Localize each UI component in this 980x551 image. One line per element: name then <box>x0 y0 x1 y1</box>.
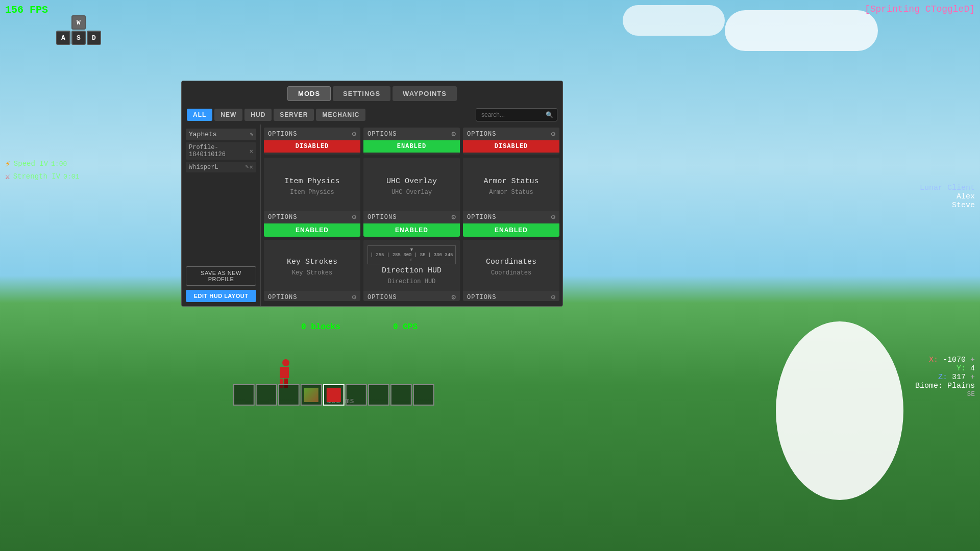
partial-card-3: OPTIONS ⚙ DISABLED <box>463 128 559 155</box>
cps-counter: 0 CPS <box>393 322 418 332</box>
coord-y-label: Y: <box>957 364 970 373</box>
filter-all[interactable]: ALL <box>187 109 212 121</box>
mod-title-armor-status: Armor Status <box>483 177 538 186</box>
hotbar-slot-2 <box>256 384 277 406</box>
partial-options-1: OPTIONS ⚙ <box>264 128 360 140</box>
grass-block-icon <box>304 388 318 402</box>
mod-subtitle-uhc-overlay: UHC Overlay <box>391 189 432 196</box>
lunar-client-label: Lunar Client <box>920 184 975 192</box>
sidebar-whisper: WhisperL ✎ ✕ <box>186 162 256 172</box>
mod-title-key-strokes: Key Strokes <box>287 258 337 266</box>
remove-whisper-button[interactable]: ✕ <box>250 163 253 171</box>
toggle-item-physics[interactable]: ENABLED <box>264 223 360 237</box>
partial-options-3: OPTIONS ⚙ <box>463 128 559 140</box>
filter-mechanic[interactable]: MECHANIC <box>316 109 365 121</box>
mod-card-coordinates: Coordinates Coordinates OPTIONS ⚙ <box>463 240 559 301</box>
player-steve: Steve <box>920 201 975 210</box>
filter-server[interactable]: SERVER <box>274 109 314 121</box>
hotbar-slot-6 <box>346 384 367 406</box>
mod-options-coordinates: OPTIONS ⚙ <box>463 291 559 301</box>
biome-display: Biome: Plains <box>915 382 975 390</box>
mod-card-top-uhc-overlay: UHC Overlay UHC Overlay <box>363 158 460 211</box>
partial-options-label-1: OPTIONS <box>268 131 350 138</box>
mod-subtitle-item-physics: Item Physics <box>290 189 334 196</box>
sidebar-profile: Yaphets ✎ <box>186 129 256 140</box>
wasd-display: W A S D <box>56 15 101 45</box>
mod-title-coordinates: Coordinates <box>486 258 536 266</box>
filter-new[interactable]: NEW <box>214 109 242 121</box>
key-s: S <box>71 31 86 45</box>
gear-icon-coordinates[interactable]: ⚙ <box>551 293 555 301</box>
partial-toggle-1[interactable]: DISABLED <box>264 140 360 153</box>
options-label-item-physics: OPTIONS <box>268 214 350 221</box>
mods-modal: MODS SETTINGS WAYPOINTS ALL NEW HUD SERV… <box>181 81 563 307</box>
mod-subtitle-armor-status: Armor Status <box>489 189 533 196</box>
toggle-armor-status[interactable]: ENABLED <box>463 223 559 237</box>
remove-profile-tag-button[interactable]: ✕ <box>250 147 253 155</box>
profile-tag-label: Profile-1840110126 <box>189 144 250 158</box>
search-input[interactable] <box>476 108 557 121</box>
partial-card-2: OPTIONS ⚙ ENABLED <box>363 128 460 155</box>
blocks-counter: 0 blocks <box>301 322 340 332</box>
partial-options-2: OPTIONS ⚙ <box>363 128 460 140</box>
mod-card-top-item-physics: Item Physics Item Physics <box>264 158 360 211</box>
sprint-toggle: [Sprinting CToggleD] <box>865 4 975 14</box>
partial-toggle-2[interactable]: ENABLED <box>363 140 460 153</box>
hotbar <box>233 384 434 406</box>
hotbar-slot-7 <box>368 384 389 406</box>
sidebar-profile-tag: Profile-1840110126 ✕ <box>186 142 256 160</box>
partial-card-1: OPTIONS ⚙ DISABLED <box>264 128 360 155</box>
gear-icon-uhc-overlay[interactable]: ⚙ <box>452 213 456 221</box>
partial-gear-icon-1[interactable]: ⚙ <box>352 130 356 138</box>
filter-row: ALL NEW HUD SERVER MECHANIC 🔍 <box>182 105 562 124</box>
mod-title-uhc-overlay: UHC Overlay <box>386 177 437 186</box>
hotbar-slot-5 <box>323 384 345 406</box>
toggle-uhc-overlay[interactable]: ENABLED <box>363 223 460 237</box>
partial-options-label-3: OPTIONS <box>467 131 549 138</box>
coord-z-label: Z: <box>938 373 952 382</box>
tab-waypoints[interactable]: WAYPOINTS <box>393 86 457 101</box>
tab-bar: MODS SETTINGS WAYPOINTS <box>182 81 562 105</box>
mod-options-armor-status: OPTIONS ⚙ <box>463 211 559 223</box>
edit-hud-button[interactable]: EDIT HUD LAYOUT <box>186 290 256 302</box>
cloud-1 <box>725 10 878 51</box>
player-body <box>280 367 289 378</box>
mod-options-uhc-overlay: OPTIONS ⚙ <box>363 211 460 223</box>
coord-x-label: X: <box>929 356 943 364</box>
profile-name: Yaphets <box>189 131 217 138</box>
mod-card-top-key-strokes: Key Strokes Key Strokes <box>264 240 360 291</box>
mods-grid: OPTIONS ⚙ DISABLED OPTIONS ⚙ ENABLED OPT… <box>261 124 562 306</box>
player-model <box>280 359 289 388</box>
hotbar-slot-1 <box>233 384 255 406</box>
search-icon: 🔍 <box>546 111 553 119</box>
partial-toggle-3[interactable]: DISABLED <box>463 140 559 153</box>
gear-icon-armor-status[interactable]: ⚙ <box>551 213 555 221</box>
mod-card-armor-status: Armor Status Armor Status OPTIONS ⚙ ENAB… <box>463 158 559 237</box>
key-a: A <box>56 31 70 45</box>
status-speed: ⚡ Speed IV 1:00 <box>5 158 79 169</box>
gear-icon-key-strokes[interactable]: ⚙ <box>352 293 356 301</box>
mod-title-item-physics: Item Physics <box>284 177 339 186</box>
mod-options-direction-hud: OPTIONS ⚙ <box>363 291 460 301</box>
direction-display: SE <box>915 390 975 398</box>
edit-whisper-icon[interactable]: ✎ <box>245 163 249 171</box>
mod-subtitle-key-strokes: Key Strokes <box>292 269 332 277</box>
partial-gear-icon-2[interactable]: ⚙ <box>452 130 456 138</box>
mod-card-key-strokes: Key Strokes Key Strokes OPTIONS ⚙ <box>264 240 360 301</box>
options-label-direction-hud: OPTIONS <box>368 294 450 301</box>
mod-title-direction-hud: Direction HUD <box>382 266 442 275</box>
options-label-uhc-overlay: OPTIONS <box>368 214 450 221</box>
partial-gear-icon-3[interactable]: ⚙ <box>551 130 555 138</box>
filter-hud[interactable]: HUD <box>244 109 272 121</box>
gear-icon-item-physics[interactable]: ⚙ <box>352 213 356 221</box>
mod-card-uhc-overlay: UHC Overlay UHC Overlay OPTIONS ⚙ ENABLE… <box>363 158 460 237</box>
gear-icon-direction-hud[interactable]: ⚙ <box>452 293 456 301</box>
direction-hud-preview: ▼ | 255 | 285 300 | SE | 330 345 E <box>368 245 456 264</box>
hotbar-slot-9 <box>413 384 434 406</box>
save-profile-button[interactable]: SAVE AS NEW PROFILE <box>186 266 256 286</box>
mod-card-top-coordinates: Coordinates Coordinates <box>463 240 559 291</box>
edit-profile-icon[interactable]: ✎ <box>250 131 253 138</box>
white-blob <box>776 321 903 500</box>
tab-settings[interactable]: SETTINGS <box>333 86 390 101</box>
tab-mods[interactable]: MODS <box>287 86 331 101</box>
